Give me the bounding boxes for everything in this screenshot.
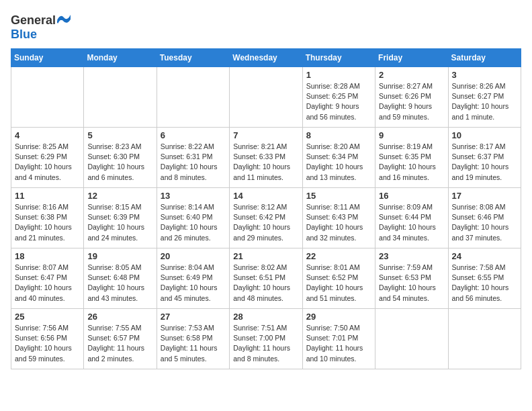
day-info: Sunrise: 8:15 AM Sunset: 6:39 PM Dayligh… <box>87 202 152 243</box>
weekday-header-monday: Monday <box>84 49 157 67</box>
day-info: Sunrise: 8:01 AM Sunset: 6:52 PM Dayligh… <box>306 263 371 304</box>
calendar-cell: 22Sunrise: 8:01 AM Sunset: 6:52 PM Dayli… <box>302 248 375 309</box>
weekday-header-friday: Friday <box>375 49 448 67</box>
day-number: 19 <box>87 251 152 261</box>
day-info: Sunrise: 8:19 AM Sunset: 6:35 PM Dayligh… <box>379 142 444 183</box>
calendar-cell: 25Sunrise: 7:56 AM Sunset: 6:56 PM Dayli… <box>11 309 84 369</box>
day-number: 7 <box>233 130 298 140</box>
calendar-cell: 12Sunrise: 8:15 AM Sunset: 6:39 PM Dayli… <box>84 188 157 248</box>
day-info: Sunrise: 8:16 AM Sunset: 6:38 PM Dayligh… <box>15 202 80 243</box>
calendar-cell: 2Sunrise: 8:27 AM Sunset: 6:26 PM Daylig… <box>375 67 448 128</box>
day-info: Sunrise: 8:07 AM Sunset: 6:47 PM Dayligh… <box>15 263 80 304</box>
logo-blue-text: Blue <box>11 28 37 42</box>
day-info: Sunrise: 8:11 AM Sunset: 6:43 PM Dayligh… <box>306 202 371 243</box>
day-info: Sunrise: 7:56 AM Sunset: 6:56 PM Dayligh… <box>15 323 80 364</box>
day-number: 1 <box>306 70 371 80</box>
day-info: Sunrise: 8:02 AM Sunset: 6:51 PM Dayligh… <box>233 263 298 304</box>
calendar-cell: 15Sunrise: 8:11 AM Sunset: 6:43 PM Dayli… <box>302 188 375 248</box>
day-info: Sunrise: 8:04 AM Sunset: 6:49 PM Dayligh… <box>161 263 226 304</box>
day-info: Sunrise: 8:20 AM Sunset: 6:34 PM Dayligh… <box>306 142 371 183</box>
day-number: 16 <box>379 191 444 201</box>
calendar-cell: 8Sunrise: 8:20 AM Sunset: 6:34 PM Daylig… <box>302 128 375 188</box>
day-number: 3 <box>452 70 517 80</box>
day-info: Sunrise: 8:21 AM Sunset: 6:33 PM Dayligh… <box>233 142 298 183</box>
day-number: 23 <box>379 251 444 261</box>
day-number: 29 <box>306 312 371 322</box>
day-number: 2 <box>379 70 444 80</box>
day-number: 4 <box>15 130 80 140</box>
day-number: 22 <box>306 251 371 261</box>
day-number: 28 <box>233 312 298 322</box>
day-info: Sunrise: 8:14 AM Sunset: 6:40 PM Dayligh… <box>161 202 226 243</box>
day-number: 13 <box>161 191 226 201</box>
calendar-cell: 6Sunrise: 8:22 AM Sunset: 6:31 PM Daylig… <box>157 128 229 188</box>
day-info: Sunrise: 8:25 AM Sunset: 6:29 PM Dayligh… <box>15 142 80 183</box>
calendar-cell: 14Sunrise: 8:12 AM Sunset: 6:42 PM Dayli… <box>230 188 302 248</box>
day-info: Sunrise: 7:51 AM Sunset: 7:00 PM Dayligh… <box>233 323 298 364</box>
day-number: 26 <box>87 312 152 322</box>
weekday-header-wednesday: Wednesday <box>230 49 302 67</box>
weekday-header-saturday: Saturday <box>448 49 521 67</box>
day-info: Sunrise: 7:50 AM Sunset: 7:01 PM Dayligh… <box>306 323 371 364</box>
calendar-cell <box>230 67 302 128</box>
weekday-header-tuesday: Tuesday <box>157 49 229 67</box>
calendar-week-row: 25Sunrise: 7:56 AM Sunset: 6:56 PM Dayli… <box>11 309 521 369</box>
day-number: 21 <box>233 251 298 261</box>
calendar-week-row: 1Sunrise: 8:28 AM Sunset: 6:25 PM Daylig… <box>11 67 521 128</box>
day-info: Sunrise: 7:53 AM Sunset: 6:58 PM Dayligh… <box>161 323 226 364</box>
calendar-cell: 10Sunrise: 8:17 AM Sunset: 6:37 PM Dayli… <box>448 128 521 188</box>
calendar-week-row: 4Sunrise: 8:25 AM Sunset: 6:29 PM Daylig… <box>11 128 521 188</box>
day-info: Sunrise: 8:08 AM Sunset: 6:46 PM Dayligh… <box>452 202 517 243</box>
calendar-cell: 11Sunrise: 8:16 AM Sunset: 6:38 PM Dayli… <box>11 188 84 248</box>
day-number: 20 <box>161 251 226 261</box>
calendar-cell: 21Sunrise: 8:02 AM Sunset: 6:51 PM Dayli… <box>230 248 302 309</box>
weekday-header-row: SundayMondayTuesdayWednesdayThursdayFrid… <box>11 49 521 67</box>
calendar-cell: 1Sunrise: 8:28 AM Sunset: 6:25 PM Daylig… <box>302 67 375 128</box>
calendar-cell: 4Sunrise: 8:25 AM Sunset: 6:29 PM Daylig… <box>11 128 84 188</box>
calendar-cell <box>375 309 448 369</box>
day-info: Sunrise: 7:59 AM Sunset: 6:53 PM Dayligh… <box>379 263 444 304</box>
day-info: Sunrise: 8:27 AM Sunset: 6:26 PM Dayligh… <box>379 81 444 122</box>
calendar-cell: 13Sunrise: 8:14 AM Sunset: 6:40 PM Dayli… <box>157 188 229 248</box>
day-number: 25 <box>15 312 80 322</box>
calendar-cell <box>448 309 521 369</box>
day-info: Sunrise: 7:58 AM Sunset: 6:55 PM Dayligh… <box>452 263 517 304</box>
day-number: 15 <box>306 191 371 201</box>
calendar-cell: 26Sunrise: 7:55 AM Sunset: 6:57 PM Dayli… <box>84 309 157 369</box>
day-info: Sunrise: 8:23 AM Sunset: 6:30 PM Dayligh… <box>87 142 152 183</box>
logo: GeneralBlue <box>11 13 71 42</box>
calendar-cell <box>84 67 157 128</box>
day-info: Sunrise: 7:55 AM Sunset: 6:57 PM Dayligh… <box>87 323 152 364</box>
calendar-cell: 28Sunrise: 7:51 AM Sunset: 7:00 PM Dayli… <box>230 309 302 369</box>
day-number: 17 <box>452 191 517 201</box>
calendar-cell: 27Sunrise: 7:53 AM Sunset: 6:58 PM Dayli… <box>157 309 229 369</box>
day-info: Sunrise: 8:28 AM Sunset: 6:25 PM Dayligh… <box>306 81 371 122</box>
weekday-header-sunday: Sunday <box>11 49 84 67</box>
logo-bird-icon <box>57 15 71 27</box>
calendar-cell: 7Sunrise: 8:21 AM Sunset: 6:33 PM Daylig… <box>230 128 302 188</box>
day-number: 27 <box>161 312 226 322</box>
calendar-cell: 5Sunrise: 8:23 AM Sunset: 6:30 PM Daylig… <box>84 128 157 188</box>
day-number: 5 <box>87 130 152 140</box>
day-number: 18 <box>15 251 80 261</box>
calendar-cell: 16Sunrise: 8:09 AM Sunset: 6:44 PM Dayli… <box>375 188 448 248</box>
calendar-cell: 23Sunrise: 7:59 AM Sunset: 6:53 PM Dayli… <box>375 248 448 309</box>
calendar-cell: 19Sunrise: 8:05 AM Sunset: 6:48 PM Dayli… <box>84 248 157 309</box>
calendar-cell: 29Sunrise: 7:50 AM Sunset: 7:01 PM Dayli… <box>302 309 375 369</box>
calendar-cell: 3Sunrise: 8:26 AM Sunset: 6:27 PM Daylig… <box>448 67 521 128</box>
day-number: 6 <box>161 130 226 140</box>
logo-general-text: General <box>11 13 56 28</box>
calendar-table: SundayMondayTuesdayWednesdayThursdayFrid… <box>11 48 521 369</box>
day-info: Sunrise: 8:17 AM Sunset: 6:37 PM Dayligh… <box>452 142 517 183</box>
day-info: Sunrise: 8:05 AM Sunset: 6:48 PM Dayligh… <box>87 263 152 304</box>
day-info: Sunrise: 8:12 AM Sunset: 6:42 PM Dayligh… <box>233 202 298 243</box>
day-number: 12 <box>87 191 152 201</box>
calendar-cell: 24Sunrise: 7:58 AM Sunset: 6:55 PM Dayli… <box>448 248 521 309</box>
day-number: 8 <box>306 130 371 140</box>
calendar-week-row: 18Sunrise: 8:07 AM Sunset: 6:47 PM Dayli… <box>11 248 521 309</box>
calendar-cell <box>11 67 84 128</box>
day-number: 24 <box>452 251 517 261</box>
day-number: 9 <box>379 130 444 140</box>
weekday-header-thursday: Thursday <box>302 49 375 67</box>
day-number: 14 <box>233 191 298 201</box>
